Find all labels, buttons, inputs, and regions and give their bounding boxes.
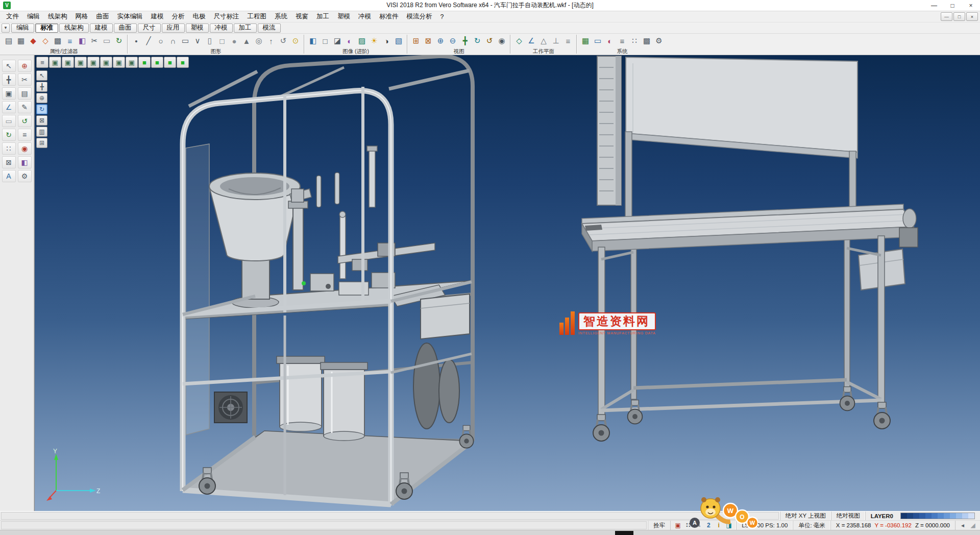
menu-wireframe[interactable]: 线架构 [44, 11, 71, 22]
torus-icon[interactable]: ◎ [253, 35, 265, 47]
menu-surface[interactable]: 曲面 [92, 11, 113, 22]
measure-angle-icon[interactable]: ∠ [2, 101, 16, 113]
menu-modeling[interactable]: 建模 [147, 11, 168, 22]
menu-electrode[interactable]: 电极 [189, 11, 210, 22]
select-arrow-icon[interactable]: ↖ [2, 60, 16, 72]
top-view-icon[interactable]: ▣ [113, 57, 125, 68]
layer-color-swatch[interactable] [950, 513, 956, 519]
bottom-view-icon[interactable]: ▣ [126, 57, 138, 68]
tab-mold[interactable]: 塑模 [186, 23, 209, 33]
rotate-mode-icon[interactable]: ↻ [36, 104, 47, 114]
arc-icon[interactable]: ∩ [167, 35, 179, 47]
grid-settings-icon[interactable]: ∷ [628, 35, 641, 47]
line-icon[interactable]: ╱ [142, 35, 155, 47]
units-indicator[interactable]: 单位: 毫米 [793, 521, 830, 530]
translate-icon[interactable]: ╋ [2, 74, 16, 86]
attribute-mask-icon[interactable]: ▦ [15, 35, 27, 47]
menu-machining[interactable]: 加工 [312, 11, 333, 22]
trimetric-view-icon[interactable]: ■ [164, 57, 176, 68]
menu-dimension[interactable]: 尺寸标注 [210, 11, 243, 22]
layer-color-swatch[interactable] [907, 513, 913, 519]
fit-view-icon[interactable]: ⊞ [36, 138, 47, 148]
tab-wireframe[interactable]: 线架构 [59, 23, 89, 33]
selection-filter-icon[interactable]: ▣ [673, 521, 683, 529]
text-tool-icon[interactable]: A [2, 170, 16, 182]
shaded-view-icon[interactable]: ◧ [307, 35, 319, 47]
select-all-icon[interactable]: ▩ [52, 35, 64, 47]
menu-die[interactable]: 冲模 [354, 11, 375, 22]
sphere-icon[interactable]: ● [228, 35, 240, 47]
mdi-close-button[interactable]: × [966, 12, 978, 21]
layer-color-swatch[interactable] [968, 513, 974, 519]
zoom-fit-icon[interactable]: ⊞ [410, 35, 422, 47]
toolbar-options-dropdown-icon[interactable]: ▼ [2, 23, 10, 33]
hidden-line-icon[interactable]: ◪ [331, 35, 344, 47]
filter-add-icon[interactable]: ◆ [27, 35, 39, 47]
redo-icon[interactable]: ↻ [2, 129, 16, 141]
erase-entities-icon[interactable]: ▭ [101, 35, 113, 47]
view-mode-indicator[interactable]: 绝对 XY 上视图 [780, 512, 831, 520]
paste-icon[interactable]: ▤ [18, 87, 32, 100]
polyline-icon[interactable]: ∨ [191, 35, 204, 47]
mdi-restore-button[interactable]: □ [953, 12, 965, 21]
options-icon[interactable]: ⚙ [18, 170, 32, 182]
color-table-icon[interactable]: ▦ [579, 35, 592, 47]
render-icon[interactable]: ◐ [344, 35, 356, 47]
menu-mesh[interactable]: 网格 [71, 11, 92, 22]
layer-color-swatch[interactable] [925, 513, 932, 519]
fill-color-icon[interactable]: ◧ [18, 156, 32, 168]
background-icon[interactable]: ▧ [393, 35, 405, 47]
tab-modeling[interactable]: 建模 [90, 23, 113, 33]
layer-color-swatch[interactable] [919, 513, 925, 519]
zoom-mode-icon[interactable]: ⊕ [36, 93, 47, 103]
tab-moldflow[interactable]: 模流 [258, 23, 281, 33]
section-view-icon[interactable]: ▥ [36, 127, 47, 137]
shadow-icon[interactable]: ◑ [380, 35, 393, 47]
revolve-icon[interactable]: ↺ [277, 35, 289, 47]
workplane-3point-icon[interactable]: △ [537, 35, 550, 47]
menu-standard-parts[interactable]: 标准件 [375, 11, 403, 22]
tab-surface[interactable]: 曲面 [114, 23, 137, 33]
zoom-out-icon[interactable]: ⊖ [447, 35, 459, 47]
menu-system[interactable]: 系统 [271, 11, 291, 22]
collapse-statusbar-icon[interactable]: ◂ [958, 521, 968, 529]
cad-scene[interactable] [35, 55, 980, 511]
layer-color-swatch[interactable] [962, 513, 968, 519]
layer-color-swatch[interactable] [944, 513, 950, 519]
zoom-window-icon[interactable]: ⊠ [422, 35, 434, 47]
select-by-color-icon[interactable]: ◧ [76, 35, 88, 47]
snap-lock-toggle[interactable]: 拴牢 [648, 521, 670, 530]
lock-icon[interactable]: ⊠ [2, 156, 16, 168]
lighting-icon[interactable]: ☀ [368, 35, 380, 47]
attribute-properties-icon[interactable]: ▤ [3, 35, 15, 47]
point-icon[interactable]: • [130, 35, 142, 47]
layer-color-swatch[interactable] [932, 513, 938, 519]
filter-remove-icon[interactable]: ◇ [39, 35, 52, 47]
taskbar-peek[interactable] [615, 531, 633, 535]
right-view-icon[interactable]: ▣ [100, 57, 112, 68]
grid-icon[interactable]: ∷ [2, 142, 16, 155]
minimize-button[interactable]: — [925, 0, 943, 11]
menu-drafting[interactable]: 工程图 [243, 11, 271, 22]
rotate-view-icon[interactable]: ↻ [471, 35, 483, 47]
menu-mold[interactable]: 塑模 [333, 11, 354, 22]
pan-icon[interactable]: ╋ [459, 35, 471, 47]
zoom-in-icon[interactable]: ⊕ [434, 35, 447, 47]
menu-window[interactable]: 视窗 [291, 11, 312, 22]
view-list-icon[interactable]: ≡ [36, 57, 48, 68]
hole-icon[interactable]: ⊙ [289, 35, 302, 47]
active-layer-indicator[interactable]: LAYER0 [865, 512, 898, 520]
extrude-icon[interactable]: ↑ [265, 35, 277, 47]
pick-point-icon[interactable]: ⊕ [18, 60, 32, 72]
left-view-icon[interactable]: ▣ [87, 57, 100, 68]
cut-icon[interactable]: ✂ [18, 74, 32, 86]
cone-icon[interactable]: ▲ [240, 35, 253, 47]
tab-edit[interactable]: 编辑 [11, 23, 34, 33]
rectangle-icon[interactable]: ▭ [179, 35, 191, 47]
wireframe-view-icon[interactable]: □ [319, 35, 331, 47]
circle-icon[interactable]: ○ [155, 35, 167, 47]
layer-color-swatch[interactable] [901, 513, 907, 519]
menu-moldflow[interactable]: 模流分析 [403, 11, 436, 22]
layer-color-swatch[interactable] [913, 513, 919, 519]
menu-file[interactable]: 文件 [2, 11, 23, 22]
